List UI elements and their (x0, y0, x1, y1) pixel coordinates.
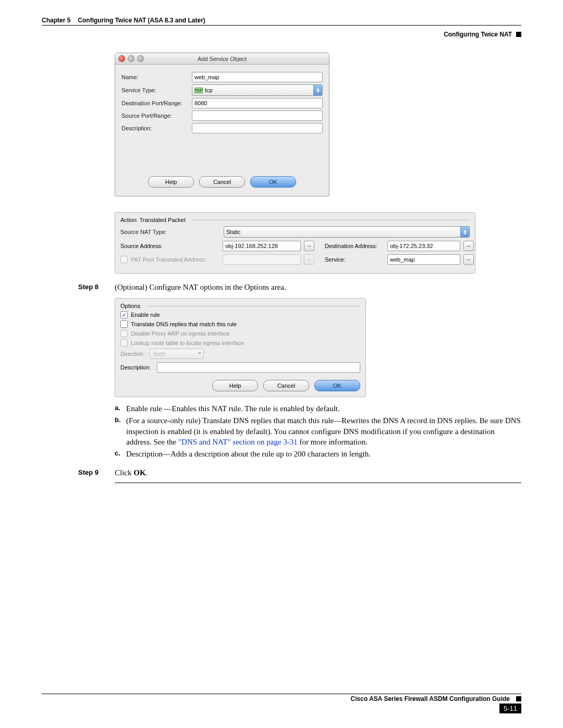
chapter-number: Chapter 5 (42, 17, 70, 24)
opt-description-input[interactable] (157, 362, 360, 373)
source-address-input[interactable]: obj-192.168.252.128 (223, 241, 301, 251)
bullet-b-text: (For a source-only rule) Translate DNS r… (126, 415, 521, 447)
destination-address-label: Destination Address: (316, 243, 384, 249)
opt-description-label: Description: (120, 364, 157, 371)
header-rule (42, 25, 521, 26)
page-number: 5-11 (499, 704, 521, 713)
help-button[interactable]: Help (212, 380, 258, 391)
cancel-button[interactable]: Cancel (199, 176, 245, 188)
page-header: Chapter 5 Configuring Twice NAT (ASA 8.3… (42, 17, 521, 24)
source-nat-type-select[interactable]: Static (224, 226, 470, 238)
bullet-c-text: Description—Adds a description about the… (126, 449, 521, 459)
translated-packet-panel: Action: Translated Packet Source NAT Typ… (115, 212, 475, 274)
direction-select: Both (150, 349, 204, 359)
bullet-c-letter: c. (115, 449, 126, 459)
description-label: Description: (121, 125, 192, 131)
page-footer: Cisco ASA Series Firewall ASDM Configura… (42, 693, 521, 713)
service-type-select[interactable]: TCP tcp (192, 84, 323, 96)
bullet-a-letter: a. (115, 403, 126, 414)
destination-address-input[interactable]: obj-172.25.23.32 (387, 241, 460, 251)
browse-button: – (304, 254, 314, 265)
name-label: Name: (121, 74, 192, 80)
source-address-label: Source Address: (120, 243, 219, 249)
lookup-route-checkbox (120, 339, 128, 347)
step-8-text: (Optional) Configure NAT options in the … (115, 283, 286, 292)
add-service-object-dialog: Add Service Object Name: web_map Service… (115, 53, 329, 196)
source-nat-type-label: Source NAT Type: (120, 229, 219, 235)
source-port-label: Source Port/Range: (121, 113, 192, 119)
browse-button[interactable]: – (463, 254, 474, 265)
name-input[interactable]: web_map (192, 72, 323, 82)
dialog-title: Add Service Object (115, 56, 329, 62)
help-button[interactable]: Help (148, 176, 194, 188)
disable-arp-row: Disable Proxy ARP on egress interface (120, 330, 360, 337)
panel-legend: Action: Translated Packet (120, 217, 186, 223)
lookup-route-row: Lookup route table to locate egress inte… (120, 339, 360, 347)
step-8-label: Step 8 (78, 283, 115, 291)
pat-pool-checkbox (120, 256, 128, 263)
chevron-up-down-icon (313, 85, 322, 95)
translate-dns-row[interactable]: Translate DNS replies that match this ru… (120, 320, 360, 328)
service-label: Service: (316, 256, 384, 263)
section-title: Configuring Twice NAT (444, 31, 512, 38)
step-9-text: Click OK. (115, 468, 148, 477)
ok-button[interactable]: OK (314, 380, 360, 391)
enable-rule-row[interactable]: Enable rule (120, 311, 360, 318)
ok-button[interactable]: OK (250, 176, 296, 188)
description-input[interactable] (192, 123, 323, 133)
service-type-label: Service Type: (121, 87, 192, 93)
bullet-b-letter: b. (115, 415, 126, 447)
browse-button[interactable]: – (304, 241, 314, 251)
section-marker-icon (516, 32, 521, 37)
guide-title: Cisco ASA Series Firewall ASDM Configura… (351, 695, 510, 702)
options-legend: Options (120, 303, 140, 309)
dns-nat-link[interactable]: "DNS and NAT" section on page 3-31 (178, 438, 298, 446)
dialog-titlebar[interactable]: Add Service Object (115, 53, 329, 65)
dest-port-input[interactable]: 8080 (192, 98, 323, 108)
tcp-icon: TCP (194, 88, 203, 93)
step-9-label: Step 9 (78, 468, 115, 476)
pat-pool-input (223, 254, 301, 265)
options-panel: Options Enable rule Translate DNS replie… (115, 298, 366, 397)
browse-button[interactable]: – (463, 241, 474, 251)
pat-pool-label: PAT Pool Translated Address: (120, 256, 219, 263)
disable-arp-checkbox (120, 330, 128, 337)
service-input[interactable]: web_map (387, 254, 460, 265)
direction-label: Direction: (120, 351, 144, 357)
chapter-title: Configuring Twice NAT (ASA 8.3 and Later… (78, 17, 205, 24)
chevron-up-down-icon (460, 227, 469, 237)
footer-marker-icon (516, 696, 521, 701)
enable-rule-checkbox[interactable] (120, 311, 128, 318)
step-divider (115, 483, 521, 483)
dest-port-label: Destination Port/Range: (121, 100, 192, 106)
cancel-button[interactable]: Cancel (263, 380, 309, 391)
translate-dns-checkbox[interactable] (120, 320, 128, 328)
bullet-a-text: Enable rule —Enables this NAT rule. The … (126, 403, 521, 414)
source-port-input[interactable] (192, 110, 323, 121)
